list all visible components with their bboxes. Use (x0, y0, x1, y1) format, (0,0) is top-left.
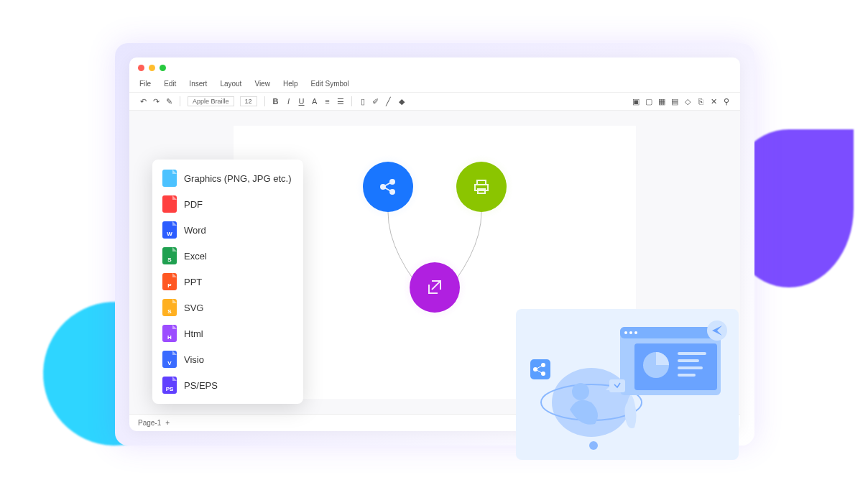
export-label: Graphics (PNG, JPG etc.) (184, 173, 292, 184)
italic-icon[interactable]: I (284, 96, 294, 106)
export-pdf[interactable]: PDF (152, 191, 303, 217)
maximize-dot[interactable] (160, 65, 166, 71)
divider (180, 96, 180, 106)
export-excel[interactable]: SExcel (152, 243, 303, 269)
export-label: PPT (184, 277, 202, 287)
underline-icon[interactable]: U (297, 96, 307, 106)
table-icon[interactable]: ▦ (657, 96, 667, 106)
file-icon (162, 195, 177, 213)
menu-insert[interactable]: Insert (189, 80, 207, 88)
close-dot[interactable] (138, 65, 144, 71)
svg-point-9 (533, 367, 537, 372)
export-menu: Graphics (PNG, JPG etc.)PDFWWordSExcelPP… (152, 160, 303, 404)
svg-point-11 (541, 372, 545, 376)
export-html[interactable]: HHtml (152, 320, 303, 346)
svg-rect-27 (678, 366, 703, 369)
settings-icon[interactable]: ✕ (708, 96, 719, 106)
svg-point-21 (629, 331, 632, 334)
page-tab[interactable]: Page-1 (138, 419, 161, 427)
export-label: SVG (184, 303, 203, 313)
svg-point-20 (624, 331, 627, 334)
menu-help[interactable]: Help (283, 80, 298, 88)
list-icon[interactable]: ☰ (336, 96, 346, 106)
file-icon: H (162, 325, 177, 342)
file-icon: S (162, 247, 177, 264)
export-label: PS/EPS (184, 380, 218, 391)
export-visio[interactable]: VVisio (152, 346, 303, 372)
menu-edit[interactable]: Edit (164, 80, 176, 88)
divider (264, 96, 265, 106)
format-painter-icon[interactable]: ✎ (164, 96, 174, 106)
svg-rect-30 (609, 379, 625, 392)
svg-rect-25 (678, 352, 706, 355)
shape-icon[interactable]: ◇ (683, 96, 693, 106)
file-icon: S (162, 299, 177, 316)
bold-icon[interactable]: B (271, 96, 281, 106)
export-node[interactable] (410, 262, 460, 313)
divider (351, 96, 352, 106)
add-page-icon[interactable]: + (165, 419, 170, 427)
svg-point-10 (541, 363, 545, 367)
highlight-icon[interactable]: ▯ (358, 96, 368, 106)
toolbar: ↶ ↷ ✎ Apple Braille 12 B I U A ≡ ☰ ▯ ✐ ╱… (129, 92, 740, 111)
menu-layout[interactable]: Layout (220, 80, 241, 88)
chart-icon[interactable]: ▤ (670, 96, 680, 106)
file-icon: W (162, 221, 177, 239)
export-label: Html (184, 328, 203, 339)
layer-icon[interactable]: ▣ (631, 96, 641, 106)
window-controls (129, 57, 740, 78)
export-label: Visio (184, 354, 204, 365)
svg-rect-26 (678, 359, 699, 362)
menu-edit-symbol[interactable]: Edit Symbol (310, 80, 348, 88)
text-color-icon[interactable]: A (310, 96, 320, 106)
redo-icon[interactable]: ↷ (151, 96, 161, 106)
font-name[interactable]: Apple Braille (188, 96, 234, 106)
export-svg[interactable]: SSVG (152, 295, 303, 320)
link-icon[interactable]: ⎘ (696, 96, 706, 106)
menu-file[interactable]: File (139, 80, 151, 88)
menu-bar: FileEditInsertLayoutViewHelpEdit Symbol (129, 78, 740, 92)
share-node[interactable] (363, 162, 413, 212)
print-node[interactable] (456, 162, 507, 212)
export-ppt[interactable]: PPPT (152, 269, 303, 295)
svg-point-22 (634, 331, 637, 334)
svg-point-16 (572, 383, 589, 400)
align-icon[interactable]: ≡ (323, 96, 333, 106)
file-icon: V (162, 351, 177, 368)
font-size[interactable]: 12 (240, 96, 257, 106)
file-icon: PS (162, 377, 177, 394)
svg-rect-28 (678, 374, 696, 377)
pencil-icon[interactable]: ✐ (371, 96, 381, 106)
export-label: PDF (184, 199, 203, 210)
file-icon: P (162, 273, 177, 290)
export-label: Word (184, 225, 206, 236)
svg-point-17 (589, 441, 598, 450)
undo-icon[interactable]: ↶ (138, 96, 148, 106)
search-icon[interactable]: ⚲ (721, 96, 731, 106)
export-label: Excel (184, 251, 207, 262)
line-icon[interactable]: ╱ (384, 96, 394, 106)
illustration-share (516, 309, 739, 460)
export-ps/eps[interactable]: PSPS/EPS (152, 372, 303, 398)
fill-icon[interactable]: ◆ (397, 96, 407, 106)
minimize-dot[interactable] (149, 65, 155, 71)
menu-view[interactable]: View (254, 80, 270, 88)
export-graphics[interactable]: Graphics (PNG, JPG etc.) (152, 165, 303, 191)
file-icon (162, 170, 177, 187)
export-word[interactable]: WWord (152, 217, 303, 243)
image-icon[interactable]: ▢ (644, 96, 654, 106)
